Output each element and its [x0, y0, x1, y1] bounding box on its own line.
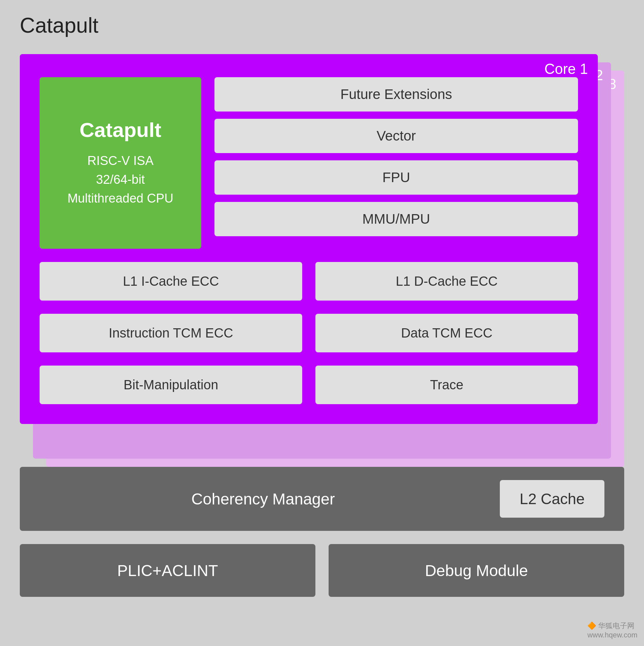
future-extensions-box: Future Extensions: [214, 77, 578, 112]
watermark-text: 🔶 华狐电子网www.hqew.com: [587, 622, 637, 639]
debug-module-box: Debug Module: [329, 544, 624, 597]
l1-icache-box: L1 I-Cache ECC: [39, 262, 302, 301]
catapult-subtitle: RISC-V ISA32/64-bitMultithreaded CPU: [67, 151, 173, 208]
watermark: 🔶 华狐电子网www.hqew.com: [587, 621, 637, 639]
core-1: Core 1 Catapult RISC-V ISA32/64-bitMulti…: [20, 54, 598, 424]
extensions-column: Future Extensions Vector FPU MMU/MPU: [214, 77, 578, 249]
l1-dcache-box: L1 D-Cache ECC: [315, 262, 578, 301]
core-1-label: Core 1: [544, 61, 588, 77]
data-tcm-box: Data TCM ECC: [315, 314, 578, 352]
bottom-row: PLIC+ACLINT Debug Module: [20, 544, 624, 597]
mmu-mpu-box: MMU/MPU: [214, 202, 578, 236]
fpu-box: FPU: [214, 160, 578, 195]
l2-cache-box: L2 Cache: [500, 480, 605, 518]
tcm-row: Instruction TCM ECC Data TCM ECC: [39, 314, 578, 352]
core-stack: 8 2 Core 1 Catapult RISC-V ISA32/64-bitM…: [20, 54, 624, 450]
core-inner: Catapult RISC-V ISA32/64-bitMultithreade…: [39, 77, 578, 249]
coherency-label: Coherency Manager: [39, 490, 487, 508]
page-title: Catapult: [20, 13, 624, 37]
instruction-tcm-box: Instruction TCM ECC: [39, 314, 302, 352]
plic-aclint-box: PLIC+ACLINT: [20, 544, 315, 597]
catapult-title: Catapult: [80, 118, 161, 141]
bit-manipulation-box: Bit-Manipulation: [39, 365, 302, 404]
misc-row: Bit-Manipulation Trace: [39, 365, 578, 404]
main-container: 8 2 Core 1 Catapult RISC-V ISA32/64-bitM…: [20, 54, 624, 597]
catapult-cpu-box: Catapult RISC-V ISA32/64-bitMultithreade…: [39, 77, 201, 249]
coherency-section: Coherency Manager L2 Cache: [20, 467, 624, 531]
vector-box: Vector: [214, 119, 578, 153]
cache-row: L1 I-Cache ECC L1 D-Cache ECC: [39, 262, 578, 301]
trace-box: Trace: [315, 365, 578, 404]
